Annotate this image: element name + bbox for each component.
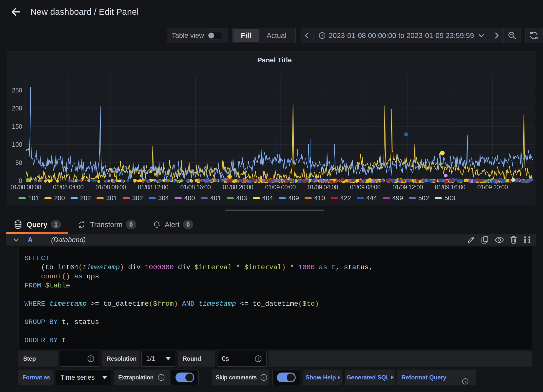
svg-text:200: 200 xyxy=(12,105,22,112)
svg-text:250: 250 xyxy=(12,87,22,94)
svg-text:01/09 04:00: 01/09 04:00 xyxy=(308,184,338,191)
svg-text:01/09 16:00: 01/09 16:00 xyxy=(435,184,465,191)
svg-text:01/08 16:00: 01/08 16:00 xyxy=(180,184,211,191)
svg-text:150: 150 xyxy=(12,123,22,130)
svg-text:50: 50 xyxy=(15,159,22,166)
svg-text:01/09 20:00: 01/09 20:00 xyxy=(477,184,508,191)
svg-text:100: 100 xyxy=(12,141,22,148)
svg-text:0: 0 xyxy=(19,177,22,184)
svg-text:01/08 04:00: 01/08 04:00 xyxy=(53,184,83,191)
svg-text:01/09 12:00: 01/09 12:00 xyxy=(392,184,423,191)
svg-text:01/08 08:00: 01/08 08:00 xyxy=(96,184,126,191)
svg-text:01/08 12:00: 01/08 12:00 xyxy=(138,184,168,191)
svg-text:01/08 20:00: 01/08 20:00 xyxy=(223,184,253,191)
svg-text:01/08 00:00: 01/08 00:00 xyxy=(11,184,41,191)
svg-text:01/09 08:00: 01/09 08:00 xyxy=(350,184,380,191)
svg-text:01/09 00:00: 01/09 00:00 xyxy=(265,184,295,191)
